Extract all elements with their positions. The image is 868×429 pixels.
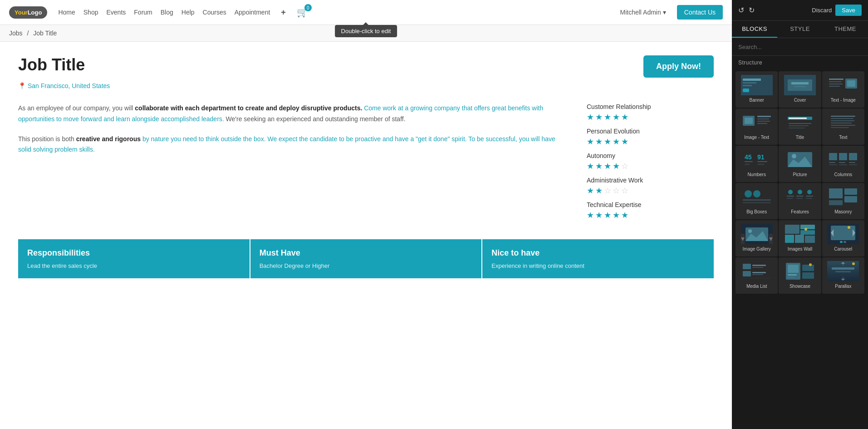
- svg-rect-39: [745, 161, 753, 162]
- svg-rect-94: [831, 226, 855, 240]
- user-menu[interactable]: Mitchell Admin ▾: [620, 9, 666, 16]
- cart-icon[interactable]: 🛒 0: [297, 7, 308, 18]
- svg-rect-30: [831, 116, 855, 117]
- section-nice-to-have-title: Nice to have: [491, 248, 705, 258]
- nav-help[interactable]: Help: [181, 9, 195, 16]
- section-must-have-text: Bachelor Degree or Higher: [260, 262, 473, 269]
- svg-rect-21: [757, 121, 770, 122]
- svg-point-65: [807, 190, 812, 194]
- user-name: Mitchell Admin: [620, 9, 661, 16]
- nav-home[interactable]: Home: [58, 9, 75, 16]
- nav-add-button[interactable]: +: [281, 8, 286, 17]
- svg-rect-51: [829, 162, 835, 163]
- breadcrumb-current: Job Title: [33, 30, 57, 37]
- block-cover[interactable]: Cover: [779, 71, 821, 108]
- save-button[interactable]: Save: [835, 5, 862, 16]
- section-must-have-title: Must Have: [260, 248, 473, 258]
- svg-rect-67: [796, 196, 804, 197]
- block-picture[interactable]: Picture: [779, 146, 821, 182]
- sidebar-search-wrapper: [732, 38, 868, 56]
- tab-style[interactable]: STYLE: [777, 21, 823, 38]
- block-features[interactable]: Features: [779, 183, 821, 219]
- undo-button[interactable]: ↺: [738, 6, 744, 15]
- svg-rect-68: [806, 196, 813, 197]
- section-must-have: Must Have Bachelor Degree or Higher: [250, 239, 482, 278]
- block-image-text[interactable]: Image - Text: [736, 108, 778, 145]
- apply-button[interactable]: Apply Now!: [643, 55, 714, 78]
- svg-rect-18: [745, 118, 753, 124]
- logo[interactable]: YourLogo: [9, 6, 47, 19]
- block-parallax[interactable]: Parallax: [822, 257, 864, 294]
- block-big-boxes[interactable]: Big Boxes: [736, 183, 778, 219]
- nav-appointment[interactable]: Appointment: [235, 9, 270, 16]
- block-banner[interactable]: Banner: [736, 71, 778, 108]
- contact-button[interactable]: Contact Us: [677, 5, 723, 20]
- svg-rect-53: [849, 162, 855, 163]
- redo-button[interactable]: ↻: [749, 6, 755, 15]
- bottom-sections: Responsibilities Lead the entire sales c…: [18, 239, 714, 278]
- block-masonry[interactable]: Masonry: [822, 183, 864, 219]
- block-banner-label: Banner: [750, 98, 764, 103]
- discard-button[interactable]: Discard: [812, 7, 832, 14]
- section-nice-to-have: Nice to have Experience in writing onlin…: [482, 239, 714, 278]
- breadcrumb-separator: /: [27, 30, 29, 37]
- tab-blocks[interactable]: BLOCKS: [732, 21, 777, 38]
- svg-rect-29: [827, 112, 859, 133]
- block-images-wall-label: Images Wall: [788, 247, 813, 251]
- svg-rect-26: [789, 123, 811, 124]
- svg-rect-54: [829, 164, 837, 165]
- svg-rect-119: [835, 271, 851, 272]
- svg-point-64: [798, 190, 802, 194]
- svg-rect-15: [847, 80, 855, 87]
- block-title[interactable]: Title: [779, 108, 821, 145]
- block-columns[interactable]: Columns: [822, 146, 864, 182]
- cart-badge: 0: [304, 4, 312, 11]
- svg-rect-87: [800, 225, 815, 229]
- location-text: San Francisco, United States: [28, 82, 110, 89]
- block-picture-label: Picture: [793, 172, 807, 177]
- svg-rect-35: [831, 127, 849, 128]
- skill-personal-evolution: Personal Evolution ★ ★ ★ ★ ★: [587, 128, 714, 147]
- skill-customer-relationship: Customer Relationship ★ ★ ★ ★ ★: [587, 103, 714, 122]
- tooltip-wrapper: Double-click to edit: [335, 25, 397, 37]
- svg-rect-107: [743, 278, 771, 278]
- svg-text:45: 45: [745, 153, 752, 161]
- nav-forum[interactable]: Forum: [134, 9, 152, 16]
- nav-events[interactable]: Events: [106, 9, 126, 16]
- svg-rect-104: [743, 271, 751, 276]
- svg-rect-89: [785, 235, 794, 243]
- nav-courses[interactable]: Courses: [203, 9, 226, 16]
- svg-rect-113: [802, 265, 814, 271]
- block-showcase[interactable]: Showcase: [779, 257, 821, 294]
- tab-theme[interactable]: THEME: [823, 21, 868, 38]
- block-images-wall[interactable]: Images Wall: [779, 220, 821, 256]
- skill-autonomy: Autonomy ★ ★ ★ ★ ☆: [587, 152, 714, 171]
- skill-technical-expertise: Technical Expertise ★ ★ ★ ★ ★: [587, 201, 714, 220]
- svg-rect-88: [800, 230, 815, 235]
- block-masonry-label: Masonry: [834, 209, 852, 214]
- svg-point-58: [745, 190, 752, 197]
- block-media-list[interactable]: Media List: [736, 257, 778, 294]
- breadcrumb-root[interactable]: Jobs: [9, 30, 23, 37]
- svg-rect-10: [829, 79, 843, 80]
- block-numbers[interactable]: 45 91 Numbers: [736, 146, 778, 182]
- nav-shop[interactable]: Shop: [83, 9, 98, 16]
- svg-rect-111: [788, 274, 797, 276]
- nav-blog[interactable]: Blog: [161, 9, 173, 16]
- svg-rect-22: [757, 123, 767, 124]
- block-features-label: Features: [791, 209, 809, 214]
- block-showcase-label: Showcase: [790, 284, 810, 289]
- block-image-gallery[interactable]: Image Gallery: [736, 220, 778, 256]
- block-text[interactable]: Text: [822, 108, 864, 145]
- block-carousel[interactable]: Carousel: [822, 220, 864, 256]
- sidebar-tabs: BLOCKS STYLE THEME: [732, 21, 868, 38]
- sidebar-search-input[interactable]: [738, 44, 862, 50]
- block-text-image[interactable]: Text - Image: [822, 71, 864, 108]
- svg-rect-19: [757, 116, 771, 117]
- section-responsibilities-title: Responsibilities: [27, 248, 240, 258]
- tooltip: Double-click to edit: [335, 25, 397, 37]
- section-responsibilities: Responsibilities Lead the entire sales c…: [18, 239, 250, 278]
- svg-rect-20: [757, 118, 769, 119]
- block-text-label: Text: [839, 135, 847, 140]
- svg-rect-106: [752, 274, 763, 275]
